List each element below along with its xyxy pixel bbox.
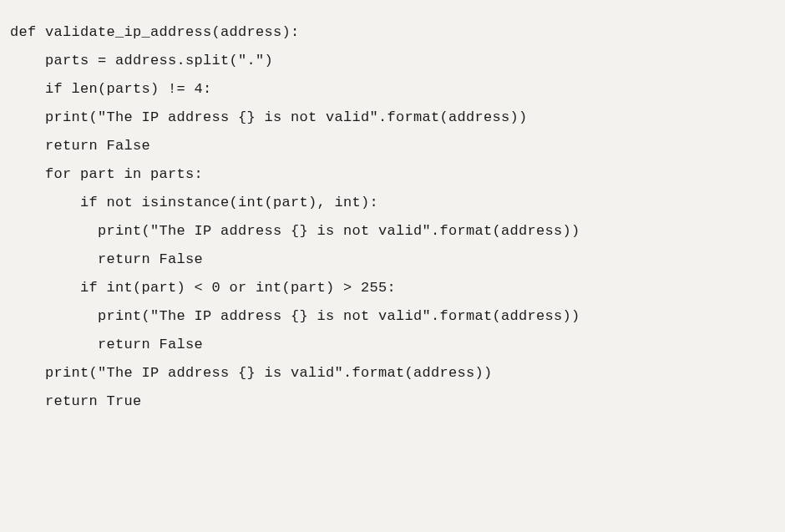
code-block: def validate_ip_address(address): parts …: [0, 18, 785, 416]
code-line: if not isinstance(int(part), int):: [0, 189, 785, 217]
code-line: def validate_ip_address(address):: [0, 18, 785, 47]
code-line: return False: [0, 331, 785, 359]
code-line: print("The IP address {} is not valid".f…: [0, 104, 785, 132]
code-line: if int(part) < 0 or int(part) > 255:: [0, 274, 785, 302]
code-line: print("The IP address {} is not valid".f…: [0, 217, 785, 246]
code-line: print("The IP address {} is not valid".f…: [0, 302, 785, 331]
code-line: for part in parts:: [0, 160, 785, 189]
code-line: return True: [0, 388, 785, 416]
code-line: parts = address.split("."): [0, 47, 785, 75]
code-line: return False: [0, 246, 785, 274]
code-line: return False: [0, 132, 785, 160]
code-line: if len(parts) != 4:: [0, 75, 785, 104]
code-line: print("The IP address {} is valid".forma…: [0, 359, 785, 388]
